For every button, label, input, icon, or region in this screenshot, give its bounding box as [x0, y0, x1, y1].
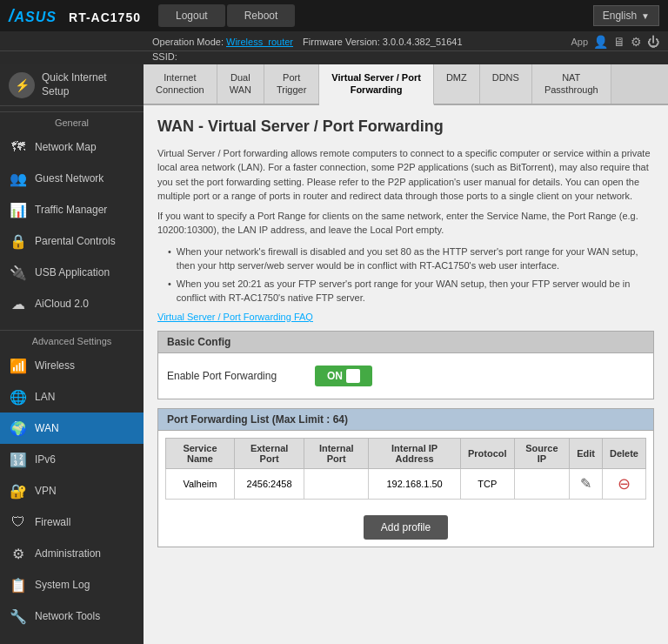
add-profile-button[interactable]: Add profile: [364, 515, 448, 540]
pf-list-header: Port Forwarding List (Max Limit : 64): [158, 409, 653, 431]
sidebar-item-label: Wireless: [35, 359, 75, 372]
add-profile-row: Add profile: [165, 506, 646, 540]
sidebar-advanced-title: Advanced Settings: [0, 330, 144, 350]
tab-dual-wan[interactable]: DualWAN: [217, 64, 264, 104]
sidebar-item-ipv6[interactable]: 🔢 IPv6: [0, 444, 144, 475]
sidebar-item-label: Network Map: [35, 141, 97, 153]
administration-icon: ⚙: [9, 544, 28, 563]
bullet-dot: •: [168, 245, 171, 273]
basic-config-header: Basic Config: [158, 332, 653, 353]
port-forwarding-toggle[interactable]: ON: [315, 366, 372, 386]
sidebar-item-system-log[interactable]: 📋 System Log: [0, 569, 144, 600]
sidebar-general-section: General 🗺 Network Map 👥 Guest Network 📊 …: [0, 106, 144, 325]
faq-link[interactable]: Virtual Server / Port Forwarding FAQ: [157, 312, 313, 322]
sidebar-item-lan[interactable]: 🌐 LAN: [0, 381, 144, 413]
sidebar-item-label: Parental Controls: [35, 235, 116, 247]
delete-button[interactable]: ⊖: [618, 474, 631, 493]
operation-bar: Operation Mode: Wireless_router Firmware…: [0, 31, 668, 51]
logout-button[interactable]: Logout: [158, 4, 225, 27]
description-text: Virtual Server / Port forwarding allows …: [157, 146, 654, 238]
sidebar-item-label: Administration: [35, 547, 101, 560]
sidebar-item-label: System Log: [35, 579, 90, 591]
tab-dmz[interactable]: DMZ: [434, 64, 480, 104]
sidebar-item-label: USB Application: [35, 266, 110, 278]
sidebar-item-label: Guest Network: [35, 172, 104, 184]
tab-virtual-server[interactable]: Virtual Server / PortForwarding: [319, 64, 434, 105]
sidebar-item-parental-controls[interactable]: 🔒 Parental Controls: [0, 225, 144, 257]
operation-mode-text: Operation Mode: Wireless_router Firmware…: [152, 37, 463, 47]
sidebar-item-label: Firewall: [35, 516, 70, 528]
language-selector[interactable]: English ▼: [593, 5, 659, 26]
power-icon[interactable]: ⏻: [647, 35, 659, 49]
table-row: Valheim 2456:2458 192.168.1.50 TCP ✎ ⊖: [166, 468, 646, 499]
user-icon[interactable]: 👤: [593, 35, 608, 49]
bullet-item-1: • When your network's firewall is disabl…: [168, 245, 654, 273]
table-header-row: Service Name External Port Internal Port…: [166, 438, 646, 468]
col-source-ip: Source IP: [514, 438, 570, 468]
sidebar-item-guest-network[interactable]: 👥 Guest Network: [0, 163, 144, 194]
firewall-icon: 🛡: [9, 513, 28, 532]
monitor-icon[interactable]: 🖥: [613, 35, 625, 49]
cell-source-ip: [514, 468, 570, 499]
ssid-row: SSID:: [0, 51, 668, 64]
sidebar-item-label: VPN: [35, 485, 57, 497]
bullet-list: • When your network's firewall is disabl…: [168, 245, 654, 305]
op-mode-link[interactable]: Wireless_router: [226, 37, 293, 47]
bullet-dot: •: [168, 277, 171, 305]
main-content: InternetConnection DualWAN PortTrigger V…: [144, 64, 668, 644]
chevron-down-icon: ▼: [641, 11, 650, 21]
sidebar-item-aicloud[interactable]: ☁ AiCloud 2.0: [0, 288, 144, 319]
col-edit: Edit: [570, 438, 603, 468]
tab-nat-passthrough[interactable]: NATPassthrough: [532, 64, 611, 104]
enable-label: Enable Port Forwarding: [167, 370, 306, 382]
cell-delete[interactable]: ⊖: [602, 468, 645, 499]
sidebar-item-network-map[interactable]: 🗺 Network Map: [0, 131, 144, 163]
sidebar-item-label: Network Tools: [35, 610, 100, 622]
sidebar: ⚡ Quick InternetSetup General 🗺 Network …: [0, 64, 144, 644]
sidebar-item-wan[interactable]: 🌍 WAN: [0, 413, 144, 444]
model-name: RT-AC1750: [69, 10, 141, 24]
header-nav: Logout Reboot: [158, 4, 295, 27]
sidebar-item-vpn[interactable]: 🔐 VPN: [0, 475, 144, 506]
aicloud-icon: ☁: [9, 294, 28, 313]
sidebar-item-label: WAN: [35, 422, 59, 434]
sidebar-item-administration[interactable]: ⚙ Administration: [0, 538, 144, 569]
sidebar-item-wireless[interactable]: 📶 Wireless: [0, 350, 144, 381]
tab-port-trigger[interactable]: PortTrigger: [264, 64, 319, 104]
wireless-icon: 📶: [9, 356, 28, 375]
cell-external-port: 2456:2458: [234, 468, 304, 499]
network-map-icon: 🗺: [9, 138, 28, 157]
col-external-port: External Port: [234, 438, 304, 468]
settings-icon[interactable]: ⚙: [631, 35, 642, 49]
tab-internet-connection[interactable]: InternetConnection: [144, 64, 217, 104]
reboot-button[interactable]: Reboot: [227, 4, 296, 27]
sidebar-general-title: General: [0, 111, 144, 131]
sidebar-item-quick-setup[interactable]: ⚡ Quick InternetSetup: [0, 64, 144, 106]
sidebar-item-label: AiCloud 2.0: [35, 298, 89, 310]
system-log-icon: 📋: [9, 575, 28, 594]
sidebar-item-label: Traffic Manager: [35, 204, 107, 216]
edit-button[interactable]: ✎: [580, 475, 591, 492]
port-forwarding-table: Service Name External Port Internal Port…: [165, 438, 646, 500]
toggle-slider: [346, 369, 360, 383]
quick-setup-label: Quick InternetSetup: [42, 71, 107, 98]
enable-port-forwarding-row: Enable Port Forwarding ON: [167, 362, 645, 390]
pf-table-body: Valheim 2456:2458 192.168.1.50 TCP ✎ ⊖: [166, 468, 646, 499]
sidebar-item-traffic-manager[interactable]: 📊 Traffic Manager: [0, 194, 144, 225]
traffic-manager-icon: 📊: [9, 200, 28, 219]
sidebar-item-usb-application[interactable]: 🔌 USB Application: [0, 257, 144, 288]
tab-ddns[interactable]: DDNS: [480, 64, 532, 104]
page-title: WAN - Virtual Server / Port Forwarding: [157, 117, 654, 136]
pf-table-container: Service Name External Port Internal Port…: [158, 431, 653, 547]
sidebar-item-label: LAN: [35, 391, 55, 403]
sidebar-item-network-tools[interactable]: 🔧 Network Tools: [0, 600, 144, 632]
cell-edit[interactable]: ✎: [570, 468, 603, 499]
tab-bar: InternetConnection DualWAN PortTrigger V…: [144, 64, 668, 105]
asus-logo: /ASUS RT-AC1750: [9, 6, 141, 26]
sidebar-item-firewall[interactable]: 🛡 Firewall: [0, 506, 144, 538]
basic-config-section: Basic Config Enable Port Forwarding ON: [157, 331, 654, 399]
sidebar-item-label: IPv6: [35, 453, 56, 466]
app-label: App: [571, 37, 588, 47]
cell-internal-ip: 192.168.1.50: [369, 468, 461, 499]
op-icons: App 👤 🖥 ⚙ ⏻: [571, 35, 659, 49]
